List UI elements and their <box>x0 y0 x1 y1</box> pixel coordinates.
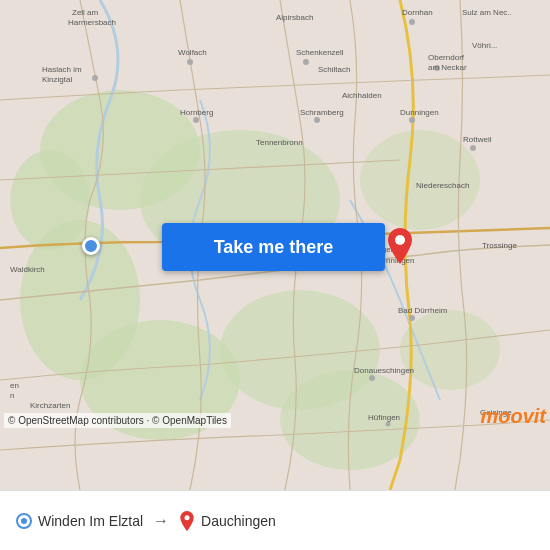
location-icon <box>16 513 32 529</box>
svg-point-8 <box>10 150 90 250</box>
svg-point-23 <box>386 422 391 427</box>
svg-text:Zell am: Zell am <box>72 8 99 17</box>
svg-point-11 <box>187 59 193 65</box>
svg-text:Schenkenzell: Schenkenzell <box>296 48 344 57</box>
moovit-logo: moovit <box>480 405 546 428</box>
svg-point-56 <box>395 235 405 245</box>
svg-point-10 <box>92 75 98 81</box>
svg-text:Wolfach: Wolfach <box>178 48 207 57</box>
origin-marker <box>82 237 100 255</box>
svg-text:Oberndorf: Oberndorf <box>428 53 465 62</box>
svg-text:Donaueschingen: Donaueschingen <box>354 366 414 375</box>
svg-text:Tennenbronn: Tennenbronn <box>256 138 303 147</box>
svg-point-6 <box>360 130 480 230</box>
svg-text:am Neckar: am Neckar <box>428 63 467 72</box>
destination-icon <box>179 511 195 531</box>
route-arrow: → <box>153 512 169 530</box>
svg-text:Alpirsbach: Alpirsbach <box>276 13 313 22</box>
svg-point-59 <box>185 515 190 520</box>
svg-text:en: en <box>10 381 19 390</box>
svg-point-18 <box>470 145 476 151</box>
to-location: Dauchingen <box>179 511 276 531</box>
svg-point-16 <box>314 117 320 123</box>
svg-point-22 <box>369 375 375 381</box>
svg-point-9 <box>400 310 500 390</box>
svg-text:n: n <box>10 391 14 400</box>
svg-point-12 <box>303 59 309 65</box>
from-location: Winden Im Elztal <box>16 513 143 529</box>
svg-point-58 <box>21 518 27 524</box>
svg-text:Niedereschach: Niedereschach <box>416 181 469 190</box>
svg-text:Rottweil: Rottweil <box>463 135 492 144</box>
bottom-bar: Winden Im Elztal → Dauchingen <box>0 490 550 550</box>
svg-point-21 <box>409 315 415 321</box>
map-attribution: © OpenStreetMap contributors · © OpenMap… <box>4 413 231 428</box>
from-label: Winden Im Elztal <box>38 513 143 529</box>
svg-text:Sulz am Nec..: Sulz am Nec.. <box>462 8 512 17</box>
svg-text:Vöhri...: Vöhri... <box>472 41 497 50</box>
svg-text:Trossinge: Trossinge <box>482 241 517 250</box>
to-label: Dauchingen <box>201 513 276 529</box>
take-me-there-button[interactable]: Take me there <box>162 223 385 271</box>
svg-text:Waldkirch: Waldkirch <box>10 265 45 274</box>
svg-point-15 <box>193 117 199 123</box>
svg-text:Dunningen: Dunningen <box>400 108 439 117</box>
svg-text:Schramberg: Schramberg <box>300 108 344 117</box>
svg-text:Schiltach: Schiltach <box>318 65 350 74</box>
svg-text:Hornberg: Hornberg <box>180 108 213 117</box>
map-container: Zell am Harmersbach Alpirsbach Dornhan S… <box>0 0 550 490</box>
destination-marker <box>388 228 412 264</box>
svg-text:Kinzigtal: Kinzigtal <box>42 75 72 84</box>
svg-text:Kirchzarten: Kirchzarten <box>30 401 70 410</box>
svg-point-13 <box>409 19 415 25</box>
svg-text:Haslach im: Haslach im <box>42 65 82 74</box>
svg-text:Hüfingen: Hüfingen <box>368 413 400 422</box>
svg-point-17 <box>409 117 415 123</box>
svg-text:Dornhan: Dornhan <box>402 8 433 17</box>
svg-text:Aichhalden: Aichhalden <box>342 91 382 100</box>
svg-text:Bad Dürrheim: Bad Dürrheim <box>398 306 448 315</box>
svg-text:Harmersbach: Harmersbach <box>68 18 116 27</box>
